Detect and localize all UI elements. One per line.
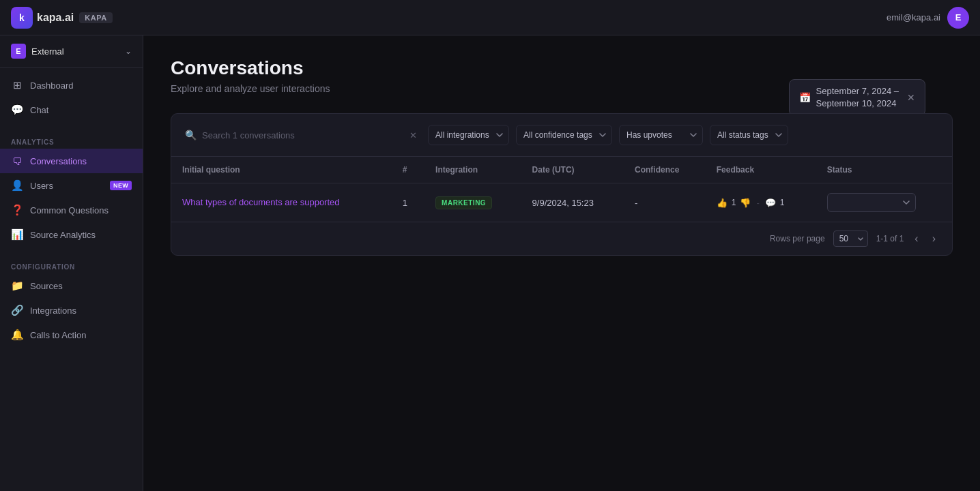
pagination-prev-button[interactable]: ‹ xyxy=(912,231,921,246)
status-tags-filter[interactable]: All status tags Resolved Pending xyxy=(710,125,788,145)
rows-per-page-label: Rows per page xyxy=(770,234,825,243)
confidence-tags-filter[interactable]: All confidence tags High Medium Low xyxy=(516,125,612,145)
conversations-icon: 🗨 xyxy=(11,155,23,167)
sidebar-item-label: Dashboard xyxy=(30,80,74,91)
pagination-next-button[interactable]: › xyxy=(929,231,938,246)
col-feedback: Feedback xyxy=(706,157,816,183)
col-integration: Integration xyxy=(424,157,521,183)
col-number: # xyxy=(392,157,424,183)
col-date: Date (UTC) xyxy=(521,157,624,183)
dashboard-icon: ⊞ xyxy=(11,79,23,91)
pagination-range: 1-1 of 1 xyxy=(876,234,904,243)
search-clear-icon[interactable]: ✕ xyxy=(409,130,417,140)
upvote-count: 1 xyxy=(732,198,736,207)
logo-icon: k xyxy=(11,7,33,29)
date-range-button[interactable]: 📅 September 7, 2024 – September 10, 2024… xyxy=(789,79,925,116)
topbar: k kapa.ai KAPA emil@kapa.ai E xyxy=(0,0,980,35)
cell-feedback: 👍 1 👎 - 💬 1 xyxy=(706,183,816,222)
thumbs-down-icon: 👎 xyxy=(740,198,751,208)
calendar-icon: 📅 xyxy=(799,92,811,103)
col-confidence: Confidence xyxy=(624,157,706,183)
col-status: Status xyxy=(816,157,952,183)
content-area: Conversations Explore and analyze user i… xyxy=(143,35,980,278)
sidebar-item-label: Common Questions xyxy=(30,205,109,215)
sidebar-item-source-analytics[interactable]: 📊 Source Analytics xyxy=(0,222,143,247)
source-analytics-icon: 📊 xyxy=(11,228,23,241)
sidebar-item-conversations[interactable]: 🗨 Conversations xyxy=(0,149,143,173)
table-header: Initial question # Integration Date (UTC… xyxy=(171,157,952,183)
user-email: emil@kapa.ai xyxy=(887,12,940,23)
date-range-text: September 7, 2024 – September 10, 2024 xyxy=(816,85,899,110)
sidebar-item-label: Integrations xyxy=(30,306,76,316)
sidebar-item-dashboard[interactable]: ⊞ Dashboard xyxy=(0,73,143,98)
kapa-badge: KAPA xyxy=(79,12,112,23)
sidebar: E External ⌄ ⊞ Dashboard 💬 Chat ANALYTIC… xyxy=(0,0,143,491)
topbar-left: k kapa.ai KAPA xyxy=(11,7,113,29)
sources-icon: 📁 xyxy=(11,280,23,292)
nav-section-analytics: ANALYTICS 🗨 Conversations 👤 Users NEW ❓ … xyxy=(0,128,143,252)
sidebar-item-common-questions[interactable]: ❓ Common Questions xyxy=(0,198,143,222)
cell-integration: MARKETING xyxy=(424,183,521,222)
sidebar-item-label: Sources xyxy=(30,281,63,291)
nav-section-top: ⊞ Dashboard 💬 Chat xyxy=(0,68,143,128)
integrations-icon: 🔗 xyxy=(11,304,23,316)
feedback-filter[interactable]: Has upvotes Has downvotes No feedback xyxy=(619,125,703,145)
conversations-table: Initial question # Integration Date (UTC… xyxy=(171,157,952,222)
cell-question: What types of documents are supported xyxy=(171,183,392,222)
sidebar-item-label: Source Analytics xyxy=(30,230,96,240)
users-icon: 👤 xyxy=(11,179,23,192)
rows-per-page-select[interactable]: 10 25 50 100 xyxy=(833,230,868,247)
workspace-icon: E xyxy=(11,44,26,59)
configuration-section-label: CONFIGURATION xyxy=(0,258,143,273)
content-header: Conversations Explore and analyze user i… xyxy=(171,57,953,94)
new-badge: NEW xyxy=(110,181,132,190)
main-content: Conversations Explore and analyze user i… xyxy=(143,0,980,491)
feedback-cell: 👍 1 👎 - 💬 1 xyxy=(717,198,805,208)
cell-date: 9/9/2024, 15:23 xyxy=(521,183,624,222)
comment-count: 1 xyxy=(780,198,785,207)
sidebar-item-label: Chat xyxy=(30,105,48,115)
chevron-down-icon: ⌄ xyxy=(125,46,132,56)
date-range-line2: September 10, 2024 xyxy=(816,98,899,110)
conversations-table-container: 🔍 ✕ All integrations Marketing Support A… xyxy=(171,113,953,256)
table-row: What types of documents are supported 1 … xyxy=(171,183,952,222)
sidebar-item-label: Users xyxy=(30,181,53,191)
topbar-right: emil@kapa.ai E xyxy=(887,7,969,29)
thumbs-up-icon: 👍 xyxy=(717,198,727,208)
feedback-separator: - xyxy=(756,198,759,208)
date-range-line1: September 7, 2024 – xyxy=(816,85,899,98)
chat-icon: 💬 xyxy=(11,104,23,116)
filter-bar: 🔍 ✕ All integrations Marketing Support A… xyxy=(171,114,952,157)
logo-text: kapa.ai xyxy=(37,12,74,24)
integrations-filter[interactable]: All integrations Marketing Support xyxy=(428,125,509,145)
search-container: 🔍 ✕ xyxy=(185,130,417,140)
question-link[interactable]: What types of documents are supported xyxy=(182,197,340,207)
close-icon[interactable]: ✕ xyxy=(907,92,915,103)
common-questions-icon: ❓ xyxy=(11,204,23,216)
sidebar-item-label: Calls to Action xyxy=(30,330,86,340)
cell-number: 1 xyxy=(392,183,424,222)
analytics-section-label: ANALYTICS xyxy=(0,133,143,149)
comment-icon: 💬 xyxy=(765,198,776,208)
logo[interactable]: k kapa.ai xyxy=(11,7,74,29)
calls-to-action-icon: 🔔 xyxy=(11,329,23,341)
sidebar-item-users[interactable]: 👤 Users NEW xyxy=(0,173,143,198)
sidebar-item-label: Conversations xyxy=(30,156,87,166)
nav-section-config: CONFIGURATION 📁 Sources 🔗 Integrations 🔔… xyxy=(0,252,143,353)
table-footer: Rows per page 10 25 50 100 1-1 of 1 ‹ › xyxy=(171,222,952,255)
sidebar-item-calls-to-action[interactable]: 🔔 Calls to Action xyxy=(0,323,143,347)
sidebar-item-integrations[interactable]: 🔗 Integrations xyxy=(0,298,143,323)
sidebar-item-chat[interactable]: 💬 Chat xyxy=(0,98,143,122)
sidebar-item-sources[interactable]: 📁 Sources xyxy=(0,273,143,298)
col-initial-question: Initial question xyxy=(171,157,392,183)
workspace-name: External xyxy=(31,46,119,57)
table-body: What types of documents are supported 1 … xyxy=(171,183,952,222)
search-input[interactable] xyxy=(202,130,404,140)
user-avatar[interactable]: E xyxy=(947,7,969,29)
cell-confidence: - xyxy=(624,183,706,222)
workspace-selector[interactable]: E External ⌄ xyxy=(0,35,143,68)
search-icon: 🔍 xyxy=(185,130,197,140)
page-title: Conversations xyxy=(171,57,953,79)
status-select[interactable]: Resolved Pending xyxy=(827,193,916,212)
integration-badge: MARKETING xyxy=(435,196,492,209)
